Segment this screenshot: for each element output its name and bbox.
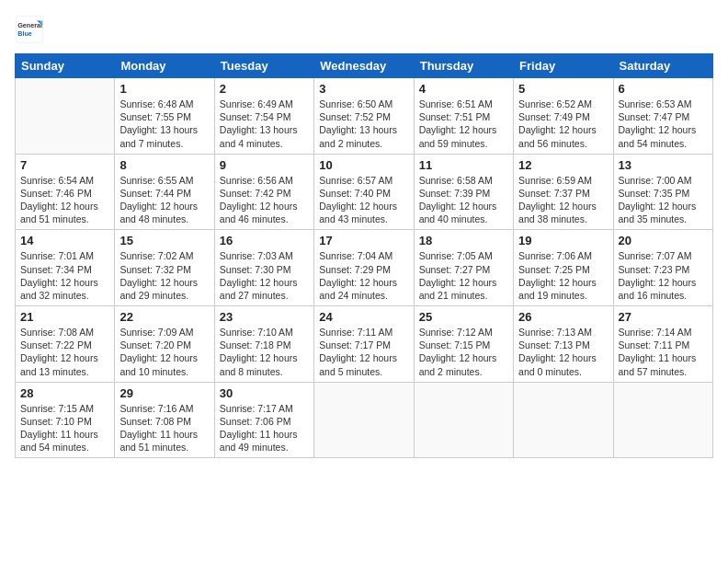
calendar-week-row-3: 14Sunrise: 7:01 AMSunset: 7:34 PMDayligh… bbox=[16, 230, 713, 306]
calendar-cell: 7Sunrise: 6:54 AMSunset: 7:46 PMDaylight… bbox=[16, 154, 115, 230]
weekday-header-row: SundayMondayTuesdayWednesdayThursdayFrid… bbox=[16, 54, 713, 78]
cell-line: Sunrise: 7:02 AM bbox=[119, 249, 209, 262]
calendar-table: SundayMondayTuesdayWednesdayThursdayFrid… bbox=[15, 53, 713, 458]
cell-line: Sunrise: 6:51 AM bbox=[419, 98, 508, 110]
cell-line: Sunrise: 7:04 AM bbox=[319, 249, 408, 262]
day-number: 23 bbox=[220, 310, 309, 324]
cell-line: Sunset: 7:25 PM bbox=[518, 263, 608, 276]
cell-line: and 51 minutes. bbox=[20, 213, 109, 225]
cell-line: Sunrise: 6:50 AM bbox=[319, 98, 408, 110]
cell-line: Sunrise: 6:48 AM bbox=[119, 98, 209, 110]
cell-line: Sunrise: 7:08 AM bbox=[20, 326, 109, 339]
calendar-week-row-5: 28Sunrise: 7:15 AMSunset: 7:10 PMDayligh… bbox=[16, 382, 713, 458]
calendar-cell bbox=[613, 382, 712, 458]
cell-line: Daylight: 11 hours bbox=[119, 428, 209, 441]
logo: General Blue bbox=[15, 15, 44, 44]
calendar-cell: 27Sunrise: 7:14 AMSunset: 7:11 PMDayligh… bbox=[613, 306, 712, 383]
weekday-header-tuesday: Tuesday bbox=[214, 54, 313, 78]
cell-line: and 10 minutes. bbox=[119, 365, 209, 378]
calendar-cell: 19Sunrise: 7:06 AMSunset: 7:25 PMDayligh… bbox=[514, 230, 613, 306]
cell-line: Sunset: 7:35 PM bbox=[619, 187, 708, 200]
cell-line: Sunrise: 7:10 AM bbox=[220, 326, 309, 339]
cell-line: Sunset: 7:13 PM bbox=[518, 339, 608, 351]
cell-line: and 19 minutes. bbox=[518, 289, 608, 302]
calendar-cell: 23Sunrise: 7:10 AMSunset: 7:18 PMDayligh… bbox=[214, 306, 313, 383]
day-number: 25 bbox=[419, 310, 508, 324]
cell-line: and 24 minutes. bbox=[319, 289, 408, 302]
cell-line: Daylight: 12 hours bbox=[220, 276, 309, 289]
calendar-cell: 14Sunrise: 7:01 AMSunset: 7:34 PMDayligh… bbox=[16, 230, 115, 306]
cell-line: Sunrise: 6:49 AM bbox=[220, 98, 309, 110]
cell-line: Daylight: 12 hours bbox=[419, 276, 508, 289]
cell-line: Sunrise: 7:14 AM bbox=[619, 326, 708, 339]
cell-line: Daylight: 11 hours bbox=[220, 428, 309, 441]
calendar-cell: 2Sunrise: 6:49 AMSunset: 7:54 PMDaylight… bbox=[214, 78, 313, 155]
calendar-cell: 16Sunrise: 7:03 AMSunset: 7:30 PMDayligh… bbox=[214, 230, 313, 306]
cell-line: and 27 minutes. bbox=[220, 289, 309, 302]
cell-line: Daylight: 13 hours bbox=[319, 123, 408, 136]
calendar-cell bbox=[16, 78, 115, 155]
calendar-cell: 18Sunrise: 7:05 AMSunset: 7:27 PMDayligh… bbox=[414, 230, 513, 306]
day-number: 22 bbox=[119, 310, 209, 324]
cell-line: and 59 minutes. bbox=[419, 137, 508, 150]
cell-line: Sunset: 7:47 PM bbox=[619, 110, 708, 123]
cell-line: and 0 minutes. bbox=[518, 365, 608, 378]
weekday-header-wednesday: Wednesday bbox=[314, 54, 414, 78]
calendar-cell: 1Sunrise: 6:48 AMSunset: 7:55 PMDaylight… bbox=[115, 78, 214, 155]
cell-line: Sunrise: 6:59 AM bbox=[518, 174, 608, 187]
cell-line: and 49 minutes. bbox=[220, 441, 309, 454]
cell-line: Sunrise: 6:53 AM bbox=[619, 98, 708, 110]
weekday-header-monday: Monday bbox=[115, 54, 214, 78]
cell-line: Sunrise: 6:55 AM bbox=[119, 174, 209, 187]
calendar-week-row-2: 7Sunrise: 6:54 AMSunset: 7:46 PMDaylight… bbox=[16, 154, 713, 230]
day-number: 11 bbox=[419, 158, 508, 172]
cell-line: Sunset: 7:30 PM bbox=[220, 263, 309, 276]
cell-line: and 54 minutes. bbox=[619, 137, 708, 150]
day-number: 12 bbox=[518, 158, 608, 172]
cell-line: Sunset: 7:55 PM bbox=[119, 110, 209, 123]
cell-line: and 7 minutes. bbox=[119, 137, 209, 150]
day-number: 1 bbox=[119, 82, 209, 96]
cell-line: Sunset: 7:42 PM bbox=[220, 187, 309, 200]
cell-line: Sunrise: 7:09 AM bbox=[119, 326, 209, 339]
calendar-cell: 15Sunrise: 7:02 AMSunset: 7:32 PMDayligh… bbox=[115, 230, 214, 306]
cell-line: Sunset: 7:20 PM bbox=[119, 339, 209, 351]
calendar-cell: 21Sunrise: 7:08 AMSunset: 7:22 PMDayligh… bbox=[16, 306, 115, 383]
cell-line: Daylight: 12 hours bbox=[419, 200, 508, 213]
calendar-week-row-1: 1Sunrise: 6:48 AMSunset: 7:55 PMDaylight… bbox=[16, 78, 713, 155]
logo-icon: General Blue bbox=[15, 15, 44, 44]
cell-line: Sunset: 7:18 PM bbox=[220, 339, 309, 351]
day-number: 7 bbox=[20, 158, 109, 172]
cell-line: and 32 minutes. bbox=[20, 289, 109, 302]
calendar-cell: 8Sunrise: 6:55 AMSunset: 7:44 PMDaylight… bbox=[115, 154, 214, 230]
cell-line: Sunset: 7:29 PM bbox=[319, 263, 408, 276]
calendar-cell: 25Sunrise: 7:12 AMSunset: 7:15 PMDayligh… bbox=[414, 306, 513, 383]
cell-line: and 57 minutes. bbox=[619, 365, 708, 378]
calendar-cell bbox=[514, 382, 613, 458]
svg-text:Blue: Blue bbox=[17, 29, 32, 38]
day-number: 16 bbox=[220, 234, 309, 247]
weekday-header-sunday: Sunday bbox=[16, 54, 115, 78]
day-number: 4 bbox=[419, 82, 508, 96]
cell-line: and 35 minutes. bbox=[619, 213, 708, 225]
cell-line: Daylight: 12 hours bbox=[119, 276, 209, 289]
day-number: 10 bbox=[319, 158, 408, 172]
calendar-cell: 9Sunrise: 6:56 AMSunset: 7:42 PMDaylight… bbox=[214, 154, 313, 230]
day-number: 17 bbox=[319, 234, 408, 247]
cell-line: Daylight: 12 hours bbox=[220, 351, 309, 364]
day-number: 20 bbox=[619, 234, 708, 247]
cell-line: and 29 minutes. bbox=[119, 289, 209, 302]
day-number: 2 bbox=[220, 82, 309, 96]
calendar-cell: 11Sunrise: 6:58 AMSunset: 7:39 PMDayligh… bbox=[414, 154, 513, 230]
cell-line: Sunset: 7:52 PM bbox=[319, 110, 408, 123]
cell-line: Daylight: 12 hours bbox=[419, 351, 508, 364]
calendar-cell: 4Sunrise: 6:51 AMSunset: 7:51 PMDaylight… bbox=[414, 78, 513, 155]
day-number: 30 bbox=[220, 386, 309, 400]
cell-line: and 21 minutes. bbox=[419, 289, 508, 302]
cell-line: Daylight: 12 hours bbox=[220, 200, 309, 213]
cell-line: Sunrise: 7:00 AM bbox=[619, 174, 708, 187]
calendar-cell: 6Sunrise: 6:53 AMSunset: 7:47 PMDaylight… bbox=[613, 78, 712, 155]
cell-line: and 54 minutes. bbox=[20, 441, 109, 454]
day-number: 28 bbox=[20, 386, 109, 400]
cell-line: Sunset: 7:08 PM bbox=[119, 415, 209, 428]
